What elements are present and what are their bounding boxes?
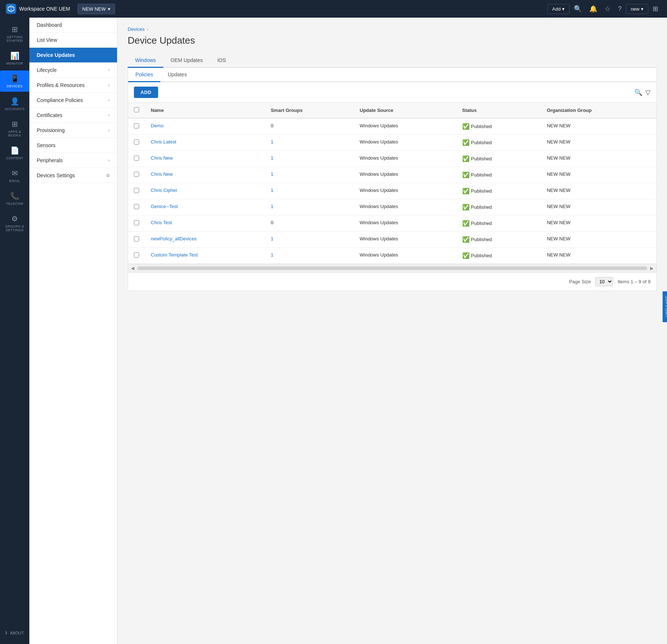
row-checkbox-7[interactable] xyxy=(134,236,139,241)
sidebar-item-apps-books[interactable]: ⊞ APPS & BOOKS xyxy=(0,116,29,141)
row-checkbox-cell[interactable] xyxy=(128,232,145,248)
status-label: Published xyxy=(471,204,492,210)
status-published: ✅ Published xyxy=(462,171,535,178)
scroll-left-icon[interactable]: ◀ xyxy=(131,266,134,271)
col-smart-groups: Smart Groups xyxy=(265,103,354,118)
sidebar-item-profiles-resources[interactable]: Profiles & Resources › xyxy=(29,78,117,93)
menu-item-label: Provisioning xyxy=(37,127,65,133)
smart-groups-link[interactable]: 0 xyxy=(271,220,273,225)
row-checkbox-5[interactable] xyxy=(134,204,139,209)
smart-groups-link[interactable]: 1 xyxy=(271,188,273,193)
sidebar-item-list-view[interactable]: List View xyxy=(29,33,117,48)
sidebar-item-monitor[interactable]: 📊 MONITOR xyxy=(0,48,29,69)
sidebar-item-compliance-policies[interactable]: Compliance Policies › xyxy=(29,93,117,108)
star-button[interactable]: ☆ xyxy=(602,3,613,15)
status-label: Published xyxy=(471,188,492,194)
sidebar-item-groups-settings[interactable]: ⚙ GROUPS & SETTINGS xyxy=(0,211,29,236)
page-size-select[interactable]: 10 25 50 xyxy=(595,277,613,286)
tab-oem-updates[interactable]: OEM Updates xyxy=(163,54,210,68)
row-checkbox-cell[interactable] xyxy=(128,118,145,135)
policy-name-link[interactable]: Genice--Test xyxy=(151,204,178,209)
row-checkbox-4[interactable] xyxy=(134,188,139,193)
add-button[interactable]: Add ▾ xyxy=(547,4,569,14)
published-icon: ✅ xyxy=(462,236,470,243)
sidebar-item-peripherals[interactable]: Peripherals › xyxy=(29,153,117,168)
sidebar-item-email[interactable]: ✉ EMAIL xyxy=(0,165,29,186)
policy-name-link[interactable]: Custom Template Test xyxy=(151,252,198,258)
user-button[interactable]: new ▾ xyxy=(626,4,648,14)
select-all-header[interactable] xyxy=(128,103,145,118)
tab-ios[interactable]: iOS xyxy=(210,54,233,68)
row-checkbox-2[interactable] xyxy=(134,156,139,161)
policy-name-link[interactable]: Chris New xyxy=(151,155,173,161)
user-label: new xyxy=(631,6,639,12)
sidebar-item-device-updates[interactable]: Device Updates xyxy=(29,48,117,63)
smart-groups-link[interactable]: 1 xyxy=(271,252,273,258)
policy-name-link[interactable]: Chris Latest xyxy=(151,139,176,145)
scroll-right-icon[interactable]: ▶ xyxy=(650,266,653,271)
row-checkbox-cell[interactable] xyxy=(128,167,145,183)
secondary-sidebar: Dashboard List View Device Updates Lifec… xyxy=(29,18,117,644)
row-checkbox-6[interactable] xyxy=(134,220,139,225)
grid-button[interactable]: ⊞ xyxy=(650,3,661,15)
search-button[interactable]: 🔍 xyxy=(571,3,585,15)
sub-tab-policies[interactable]: Policies xyxy=(128,68,160,82)
policy-name-link[interactable]: Chris Cipher xyxy=(151,188,177,193)
support-tab[interactable]: SUPPORT xyxy=(663,291,667,322)
monitor-icon: 📊 xyxy=(10,51,19,60)
row-checkbox-cell[interactable] xyxy=(128,215,145,232)
search-icon[interactable]: 🔍 xyxy=(634,88,642,97)
email-icon: ✉ xyxy=(12,169,18,178)
sidebar-item-sensors[interactable]: Sensors xyxy=(29,138,117,153)
sidebar-item-certificates[interactable]: Certificates › xyxy=(29,108,117,123)
org-selector[interactable]: NEW NEW ▾ xyxy=(77,4,115,14)
row-checkbox-cell[interactable] xyxy=(128,135,145,151)
row-checkbox-cell[interactable] xyxy=(128,199,145,215)
sub-tab-updates[interactable]: Updates xyxy=(160,68,194,82)
sidebar-item-getting-started[interactable]: ⊞ GETTING STARTED xyxy=(0,21,29,46)
row-checkbox-0[interactable] xyxy=(134,123,139,128)
smart-groups-link[interactable]: 1 xyxy=(271,204,273,209)
select-all-checkbox[interactable] xyxy=(134,107,139,112)
table-row: Chris Latest 1 Windows Updates ✅ Publish… xyxy=(128,135,656,151)
row-status-cell: ✅ Published xyxy=(456,167,541,183)
sidebar-item-accounts[interactable]: 👤 ACCOUNTS xyxy=(0,93,29,114)
policy-name-link[interactable]: Chris Test xyxy=(151,220,172,225)
smart-groups-link[interactable]: 1 xyxy=(271,155,273,161)
row-checkbox-cell[interactable] xyxy=(128,151,145,167)
row-smart-groups-cell: 1 xyxy=(265,232,354,248)
row-checkbox-1[interactable] xyxy=(134,139,139,145)
org-group-value: NEW NEW xyxy=(547,171,570,177)
policy-name-link[interactable]: Chris New xyxy=(151,171,173,177)
sidebar-item-telecom[interactable]: 📞 TELECOM xyxy=(0,188,29,209)
policy-name-link[interactable]: Demo xyxy=(151,123,164,128)
sub-tabs: Policies Updates xyxy=(128,68,656,82)
sidebar-item-provisioning[interactable]: Provisioning › xyxy=(29,123,117,138)
smart-groups-link[interactable]: 0 xyxy=(271,123,273,128)
sidebar-item-lifecycle[interactable]: Lifecycle › xyxy=(29,63,117,78)
tab-windows[interactable]: Windows xyxy=(128,54,163,68)
policy-name-link[interactable]: newPolicy_allDevices xyxy=(151,236,197,241)
add-policy-button[interactable]: ADD xyxy=(134,87,158,98)
sidebar-item-label: CONTENT xyxy=(6,156,23,160)
bell-button[interactable]: 🔔 xyxy=(586,3,600,15)
help-button[interactable]: ? xyxy=(615,3,624,15)
sidebar-item-devices[interactable]: 📱 DEVICES xyxy=(0,70,29,92)
row-checkbox-cell[interactable] xyxy=(128,183,145,199)
status-label: Published xyxy=(471,237,492,242)
row-org-group-cell: NEW NEW xyxy=(541,118,656,135)
smart-groups-link[interactable]: 1 xyxy=(271,236,273,241)
row-checkbox-3[interactable] xyxy=(134,172,139,177)
filter-icon[interactable]: ▽ xyxy=(645,88,650,97)
horizontal-scrollbar[interactable] xyxy=(137,266,647,270)
row-checkbox-cell[interactable] xyxy=(128,248,145,264)
published-icon: ✅ xyxy=(462,171,470,178)
sidebar-item-dashboard[interactable]: Dashboard xyxy=(29,18,117,33)
smart-groups-link[interactable]: 1 xyxy=(271,171,273,177)
row-checkbox-8[interactable] xyxy=(134,252,139,258)
sidebar-item-devices-settings[interactable]: Devices Settings ⧉ xyxy=(29,168,117,183)
sidebar-item-content[interactable]: 📄 CONTENT xyxy=(0,142,29,164)
smart-groups-link[interactable]: 1 xyxy=(271,139,273,145)
breadcrumb-devices-link[interactable]: Devices xyxy=(128,26,145,32)
sidebar-item-about[interactable]: ℹ ABOUT xyxy=(0,626,30,640)
